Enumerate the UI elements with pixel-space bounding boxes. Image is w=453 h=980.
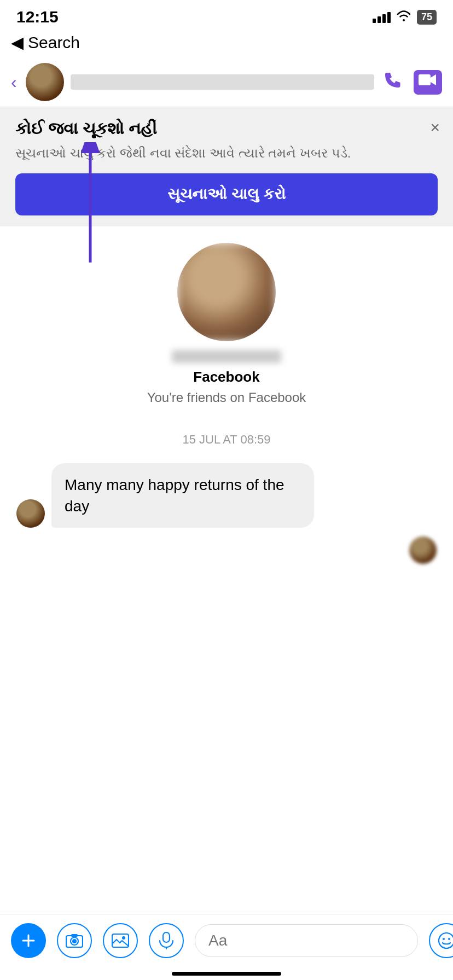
add-button[interactable] [11, 923, 46, 958]
emoji-button[interactable] [429, 923, 453, 958]
table-row: Many many happy returns of the day [16, 463, 437, 528]
sender-avatar [16, 499, 45, 528]
notif-title: કોઈ જવા ચૂકશો નહીં [15, 119, 438, 138]
status-time: 12:15 [16, 8, 59, 26]
mic-button[interactable] [149, 923, 184, 958]
svg-point-8 [122, 936, 125, 940]
sent-message-row [16, 536, 437, 564]
arrow-annotation [71, 142, 109, 262]
message-input[interactable] [195, 924, 418, 957]
message-input-bar [0, 914, 453, 980]
svg-rect-9 [163, 932, 170, 942]
search-back-nav[interactable]: ◀ Search [0, 30, 453, 57]
camera-button[interactable] [57, 923, 92, 958]
back-arrow-icon[interactable]: ◀ [11, 33, 24, 52]
own-avatar [409, 536, 437, 564]
svg-rect-0 [419, 74, 431, 85]
chat-nav-bar: ‹ [0, 57, 453, 107]
call-button[interactable] [383, 70, 403, 95]
image-button[interactable] [103, 923, 138, 958]
svg-point-12 [443, 938, 445, 940]
messages-area: Many many happy returns of the day [11, 463, 442, 564]
contact-name-blurred [71, 74, 374, 90]
profile-avatar-large [177, 243, 276, 341]
home-indicator [172, 972, 281, 976]
notif-close-button[interactable]: × [430, 118, 440, 137]
battery-indicator: 75 [417, 10, 437, 25]
svg-point-5 [72, 939, 77, 943]
profile-platform: Facebook [193, 369, 259, 386]
status-icons: 75 [373, 9, 437, 25]
wifi-icon [396, 9, 411, 25]
chat-area: Facebook You're friends on Facebook 15 J… [0, 226, 453, 664]
profile-friends-status: You're friends on Facebook [147, 390, 306, 405]
notification-banner: કોઈ જવા ચૂકશો નહીં સૂચનાઓ ચાલુ કરો જેથી … [0, 107, 453, 226]
svg-point-13 [448, 938, 450, 940]
signal-icon [373, 11, 391, 23]
received-message-bubble: Many many happy returns of the day [51, 463, 314, 528]
nav-back-button[interactable]: ‹ [11, 72, 17, 92]
nav-action-buttons [383, 70, 442, 95]
chat-timestamp: 15 JUL AT 08:59 [11, 433, 442, 447]
svg-point-11 [439, 933, 453, 948]
search-back-label[interactable]: Search [28, 33, 80, 52]
profile-name-blurred [172, 350, 281, 363]
video-call-button[interactable] [414, 70, 442, 95]
status-bar: 12:15 75 [0, 0, 453, 30]
contact-avatar[interactable] [26, 63, 64, 101]
profile-block: Facebook You're friends on Facebook [11, 243, 442, 416]
svg-rect-6 [71, 934, 78, 937]
